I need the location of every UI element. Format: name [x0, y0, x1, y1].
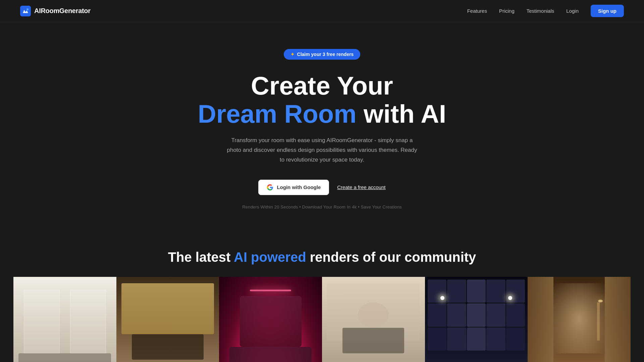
- main-nav: Features Pricing Testimonials Login Sign…: [467, 5, 624, 17]
- community-title: The latest AI powered renders of our com…: [13, 250, 631, 265]
- google-login-button[interactable]: Login with Google: [258, 180, 329, 195]
- svg-rect-0: [20, 6, 31, 16]
- claim-badge[interactable]: ✦ Claim your 3 free renders: [284, 49, 361, 60]
- gallery-item: [425, 277, 528, 362]
- nav-features[interactable]: Features: [467, 8, 487, 14]
- svg-point-1: [26, 8, 29, 10]
- room-image: [116, 277, 219, 362]
- gallery-item: [116, 277, 219, 362]
- room-image: [219, 277, 322, 362]
- claim-badge-text: Claim your 3 free renders: [297, 52, 354, 57]
- header: AIRoomGenerator Features Pricing Testimo…: [0, 0, 644, 22]
- community-title-after: renders of our community: [306, 250, 476, 264]
- gallery-item: [322, 277, 425, 362]
- room-image: [528, 277, 631, 362]
- hero-title: Create Your Dream Room with AI: [198, 72, 446, 128]
- hero-section: ✦ Claim your 3 free renders Create Your …: [0, 22, 644, 230]
- room-image: [13, 277, 116, 362]
- room-image: [322, 277, 425, 362]
- hero-title-line2: with AI: [364, 100, 446, 128]
- signup-button[interactable]: Sign up: [591, 5, 624, 17]
- community-title-blue: AI powered: [234, 250, 306, 264]
- logo-icon: [20, 6, 31, 16]
- gallery-item: [528, 277, 631, 362]
- room-image: [425, 277, 528, 362]
- logo-text: AIRoomGenerator: [34, 7, 91, 15]
- cta-row: Login with Google Create a free account: [258, 180, 385, 195]
- google-icon: [267, 184, 273, 191]
- free-account-link[interactable]: Create a free account: [337, 184, 385, 190]
- google-button-label: Login with Google: [277, 184, 321, 190]
- nav-testimonials[interactable]: Testimonials: [527, 8, 554, 14]
- nav-pricing[interactable]: Pricing: [499, 8, 515, 14]
- hero-title-line1: Create Your: [251, 71, 393, 100]
- nav-login[interactable]: Login: [566, 8, 579, 14]
- gallery-item: [219, 277, 322, 362]
- features-text: Renders Within 20 Seconds • Download You…: [242, 204, 402, 209]
- community-section: The latest AI powered renders of our com…: [0, 230, 644, 362]
- gallery-row: [13, 277, 631, 362]
- hero-title-blue: Dream Room: [198, 100, 357, 128]
- community-title-before: The latest: [168, 250, 234, 264]
- star-icon: ✦: [290, 52, 294, 57]
- gallery-item: [13, 277, 116, 362]
- logo[interactable]: AIRoomGenerator: [20, 6, 91, 16]
- hero-description: Transform your room with ease using AIRo…: [225, 136, 419, 165]
